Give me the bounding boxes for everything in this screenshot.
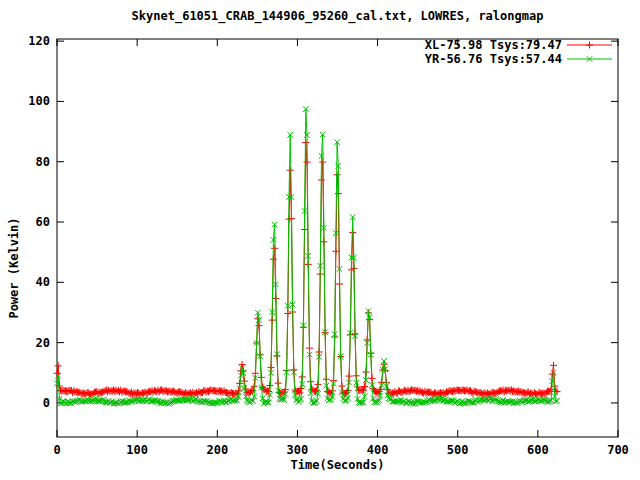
plot-border (57, 39, 618, 437)
x-tick-label: 500 (447, 443, 469, 457)
x-tick-label: 200 (206, 443, 228, 457)
legend-entry: XL-75.98 Tsys:79.47 (425, 38, 612, 52)
legend-entry: YR-56.76 Tsys:57.44 (425, 52, 612, 66)
gnuplot-window: Skynet_61051_CRAB_144906_95260_cal.txt, … (0, 0, 640, 480)
y-tick-label: 0 (43, 396, 50, 410)
y-tick-label: 40 (36, 275, 50, 289)
series-yr (54, 106, 560, 406)
x-tick-label: 300 (287, 443, 309, 457)
legend-sample-marker (586, 42, 593, 49)
legend-label: YR-56.76 Tsys:57.44 (425, 52, 562, 66)
y-tick-label: 60 (36, 215, 50, 229)
y-tick-label: 100 (28, 94, 50, 108)
plot-area: 0100200300400500600700020406080100120XL-… (0, 0, 640, 480)
legend-label: XL-75.98 Tsys:79.47 (425, 38, 562, 52)
x-tick-label: 0 (53, 443, 60, 457)
x-tick-label: 600 (527, 443, 549, 457)
x-tick-label: 700 (607, 443, 629, 457)
y-tick-label: 20 (36, 336, 50, 350)
x-tick-label: 100 (126, 443, 148, 457)
y-tick-label: 120 (28, 34, 50, 48)
x-tick-label: 400 (367, 443, 389, 457)
y-tick-label: 80 (36, 155, 50, 169)
